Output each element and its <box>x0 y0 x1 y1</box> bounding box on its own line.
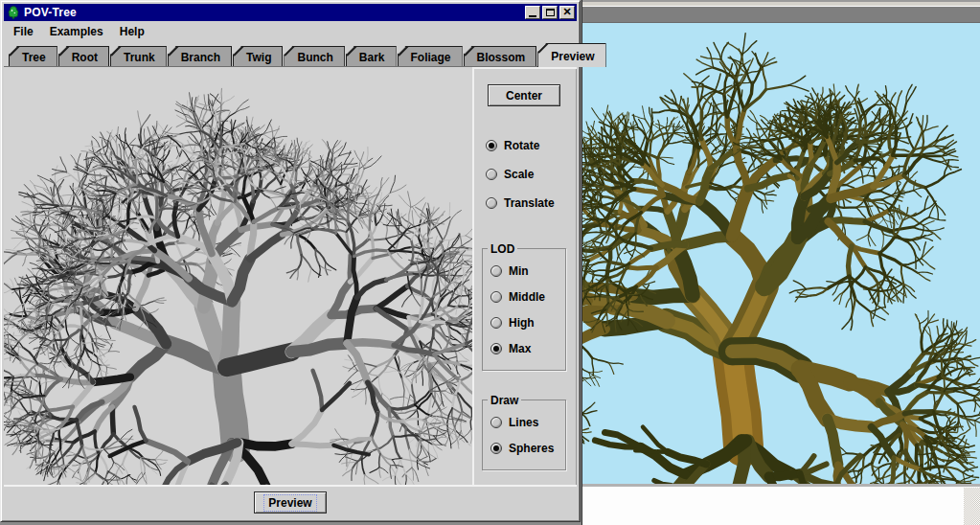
transform-mode-group: Rotate Scale Translate <box>474 139 577 210</box>
menu-examples[interactable]: Examples <box>46 23 112 40</box>
minimize-button[interactable] <box>525 6 540 19</box>
window-title: POV-Tree <box>24 6 77 19</box>
preview-button[interactable]: Preview <box>254 491 327 514</box>
control-panel: Center Rotate Scale Translate LOD <box>472 67 577 485</box>
preview-tree-canvas[interactable] <box>4 67 472 485</box>
tab-trunk[interactable]: Trunk <box>110 46 167 66</box>
tab-blossom[interactable]: Blossom <box>464 46 537 66</box>
tab-tree[interactable]: Tree <box>9 46 57 66</box>
minimize-icon <box>529 15 536 17</box>
titlebar[interactable]: POV-Tree ✕ <box>4 4 577 21</box>
radio-button-icon <box>490 343 502 354</box>
radio-lod-min[interactable]: Min <box>490 264 559 278</box>
povtree-window: POV-Tree ✕ File Examples Help Tree Root … <box>0 0 581 522</box>
rendered-tree-image <box>582 23 980 484</box>
lod-group: LOD Min Middle High Max <box>482 248 566 371</box>
tab-foliage[interactable]: Foliage <box>398 46 463 66</box>
menubar: File Examples Help <box>4 21 577 41</box>
center-button[interactable]: Center <box>488 84 560 106</box>
radio-button-icon <box>486 140 497 151</box>
render-window-border <box>582 0 980 7</box>
radio-button-icon <box>490 443 502 454</box>
render-window-titlebar[interactable] <box>582 7 980 23</box>
radio-button-icon <box>486 169 497 180</box>
tab-branch[interactable]: Branch <box>168 46 232 66</box>
maximize-icon <box>546 9 555 16</box>
preview-viewport[interactable] <box>4 67 472 485</box>
radio-button-icon <box>490 265 502 277</box>
radio-translate[interactable]: Translate <box>486 196 577 210</box>
tab-twig[interactable]: Twig <box>233 46 283 66</box>
radio-draw-lines[interactable]: Lines <box>490 416 559 429</box>
radio-draw-spheres[interactable]: Spheres <box>490 442 559 455</box>
preview-pane: Center Rotate Scale Translate LOD <box>4 66 577 485</box>
radio-button-icon <box>486 197 497 209</box>
radio-button-icon <box>490 317 502 329</box>
menu-help[interactable]: Help <box>116 23 153 40</box>
scrollbar-track[interactable] <box>964 488 980 525</box>
radio-lod-middle[interactable]: Middle <box>490 290 559 304</box>
tab-root[interactable]: Root <box>58 46 109 66</box>
maximize-button[interactable] <box>542 6 558 19</box>
render-window <box>581 0 980 525</box>
close-icon: ✕ <box>562 7 571 17</box>
radio-button-icon <box>490 417 502 428</box>
tab-bark[interactable]: Bark <box>346 46 397 66</box>
radio-lod-max[interactable]: Max <box>490 342 559 355</box>
radio-rotate[interactable]: Rotate <box>486 139 577 152</box>
menu-file[interactable]: File <box>10 23 42 40</box>
close-button[interactable]: ✕ <box>559 6 575 19</box>
tab-preview[interactable]: Preview <box>537 43 605 67</box>
tab-bunch[interactable]: Bunch <box>284 46 344 66</box>
lod-group-label: LOD <box>488 242 517 256</box>
radio-lod-high[interactable]: High <box>490 316 559 330</box>
radio-button-icon <box>490 291 502 303</box>
draw-group: Draw Lines Spheres <box>482 399 566 470</box>
rendered-tree-canvas <box>582 23 980 484</box>
draw-group-label: Draw <box>488 394 521 407</box>
bottom-bar: Preview <box>4 485 577 518</box>
tab-strip: Tree Root Trunk Branch Twig Bunch Bark F… <box>4 41 577 66</box>
tree-icon <box>6 6 20 20</box>
render-window-client <box>582 484 980 525</box>
radio-scale[interactable]: Scale <box>486 168 577 181</box>
